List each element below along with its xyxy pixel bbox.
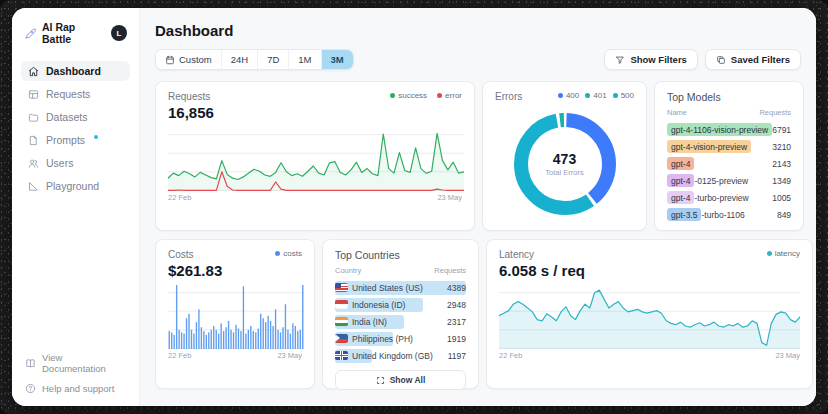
- legend-dot: [767, 251, 772, 256]
- axis-end: 23 May: [437, 193, 462, 202]
- legend-item-400: 400: [558, 91, 579, 100]
- device-frame: AI Rap Battle L Dashboard Requests Datas…: [0, 0, 828, 414]
- country-row[interactable]: United Kingdom (GB)1197: [335, 347, 466, 364]
- top-countries-panel: Top Countries Country Requests United St…: [322, 239, 479, 389]
- legend-item-latency: latency: [767, 249, 800, 258]
- model-row[interactable]: gpt-3.5-turbo-1106849: [667, 206, 791, 223]
- show-filters-button[interactable]: Show Filters: [604, 49, 697, 70]
- axis-start: 22 Feb: [499, 351, 522, 360]
- legend-dot: [437, 93, 442, 98]
- time-filter-label: 3M: [331, 54, 344, 65]
- x-axis-labels: 22 Feb 23 May: [168, 193, 462, 202]
- model-badge: gpt-3.5: [667, 208, 701, 221]
- user-avatar[interactable]: L: [111, 25, 127, 41]
- button-label: Saved Filters: [731, 54, 790, 65]
- model-row[interactable]: gpt-4-0125-preview1349: [667, 172, 791, 189]
- expand-icon: [376, 376, 385, 385]
- model-name-rest: -turbo-preview: [694, 193, 748, 203]
- time-filter-3m[interactable]: 3M: [322, 50, 353, 69]
- button-label: Show Filters: [630, 54, 686, 65]
- latency-legend: latency: [767, 249, 800, 258]
- axis-start: 22 Feb: [168, 193, 191, 202]
- time-filter-24h[interactable]: 24H: [222, 50, 258, 69]
- panel-title: Costs: [168, 249, 194, 260]
- x-axis-labels: 22 Feb 23 May: [499, 351, 800, 360]
- legend-label: 400: [566, 91, 579, 100]
- model-row[interactable]: gpt-4-1106-vision-preview6791: [667, 121, 791, 138]
- book-icon: [25, 358, 36, 369]
- sidebar-item-requests[interactable]: Requests: [21, 84, 130, 104]
- panel-title: Errors: [495, 91, 522, 102]
- country-name: Indonesia (ID): [352, 300, 405, 310]
- column-requests: Requests: [759, 108, 791, 117]
- time-filter-label: 7D: [267, 54, 279, 65]
- ruler-triangle-icon: [28, 181, 39, 192]
- controls-row: Custom 24H 7D 1M 3M Show Filters Saved F…: [155, 49, 810, 70]
- calendar-icon: [165, 55, 175, 65]
- table-icon: [28, 89, 39, 100]
- sidebar-item-datasets[interactable]: Datasets: [21, 107, 130, 127]
- time-filter-custom[interactable]: Custom: [156, 50, 222, 69]
- model-row[interactable]: gpt-42143: [667, 155, 791, 172]
- app-window: AI Rap Battle L Dashboard Requests Datas…: [12, 8, 816, 406]
- country-row[interactable]: Indonesia (ID)2948: [335, 296, 466, 313]
- filter-buttons: Show Filters Saved Filters: [604, 49, 801, 70]
- panel-title: Requests: [168, 91, 210, 102]
- app-name: AI Rap Battle: [42, 21, 106, 45]
- sidebar: AI Rap Battle L Dashboard Requests Datas…: [12, 8, 140, 406]
- sidebar-nav: Dashboard Requests Datasets Prompts: [21, 61, 130, 196]
- model-requests: 1005: [772, 193, 791, 203]
- latency-value: 6.058 s / req: [499, 262, 800, 279]
- model-requests: 849: [777, 210, 791, 220]
- country-row[interactable]: United States (US)4389: [335, 279, 466, 296]
- dashboard-grid-top: Requests success error 16,856 22 Feb 23 …: [155, 81, 801, 231]
- button-label: Show All: [390, 375, 426, 385]
- models-table-header: Name Requests: [667, 108, 791, 117]
- legend-item-401: 401: [585, 91, 606, 100]
- legend-dot: [275, 251, 280, 256]
- model-name-rest: -turbo-1106: [701, 210, 744, 220]
- requests-line-chart: [168, 127, 464, 191]
- donut-svg: [509, 108, 621, 220]
- country-row[interactable]: India (IN)2317: [335, 313, 466, 330]
- model-row[interactable]: gpt-4-vision-preview3210: [667, 138, 791, 155]
- time-filter-label: 24H: [231, 54, 248, 65]
- sidebar-item-users[interactable]: Users: [21, 153, 130, 173]
- panel-title: Top Countries: [335, 249, 400, 261]
- latency-area-chart: [499, 285, 800, 349]
- legend-item-500: 500: [613, 91, 634, 100]
- time-filter-1m[interactable]: 1M: [289, 50, 321, 69]
- flag-in-icon: [335, 317, 348, 326]
- country-name: India (IN): [352, 317, 387, 327]
- help-support-link[interactable]: Help and support: [25, 383, 126, 394]
- legend-item-error: error: [437, 91, 462, 100]
- time-filter-7d[interactable]: 7D: [258, 50, 289, 69]
- time-range-control: Custom 24H 7D 1M 3M: [155, 49, 354, 70]
- sidebar-item-prompts[interactable]: Prompts: [21, 130, 130, 150]
- show-all-button[interactable]: Show All: [335, 370, 466, 390]
- sidebar-item-dashboard[interactable]: Dashboard: [21, 61, 130, 81]
- axis-end: 23 May: [775, 351, 800, 360]
- saved-filters-button[interactable]: Saved Filters: [705, 49, 801, 70]
- requests-legend: success error: [390, 91, 462, 100]
- sidebar-item-label: Playground: [46, 180, 99, 192]
- legend-dot: [390, 93, 395, 98]
- costs-total-value: $261.83: [168, 262, 302, 279]
- dashboard-grid-bottom: Costs costs $261.83 22 Feb 23 May Top Co…: [155, 239, 801, 389]
- errors-legend: 400 401 500: [558, 91, 634, 100]
- country-row[interactable]: Philippines (PH)1919: [335, 330, 466, 347]
- requests-panel: Requests success error 16,856 22 Feb 23 …: [155, 81, 475, 231]
- model-requests: 3210: [772, 142, 791, 152]
- legend-dot: [613, 93, 618, 98]
- model-badge: gpt-4: [667, 174, 694, 187]
- view-documentation-link[interactable]: View Documentation: [25, 352, 126, 374]
- x-axis-labels: 22 Feb 23 May: [168, 351, 302, 360]
- legend-dot: [558, 93, 563, 98]
- model-badge: gpt-4-1106-vision-preview: [667, 123, 772, 136]
- sidebar-item-label: Users: [46, 157, 73, 169]
- model-requests: 2143: [772, 159, 791, 169]
- sidebar-item-playground[interactable]: Playground: [21, 176, 130, 196]
- sidebar-item-label: Prompts: [46, 134, 85, 146]
- latency-panel: Latency latency 6.058 s / req 22 Feb 23 …: [486, 239, 813, 389]
- model-row[interactable]: gpt-4-turbo-preview1005: [667, 189, 791, 206]
